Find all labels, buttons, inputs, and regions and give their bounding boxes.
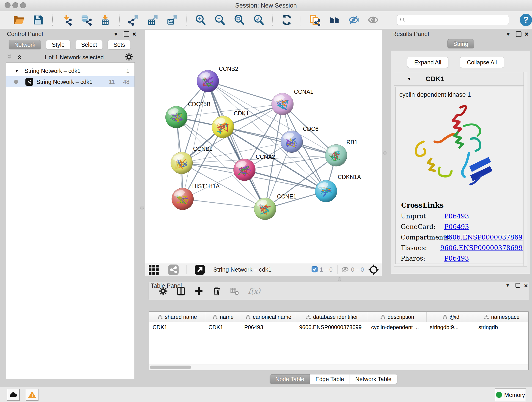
zoom-fit-button[interactable] (233, 13, 246, 27)
search-box[interactable] (397, 15, 509, 25)
delete-table-button[interactable] (228, 284, 241, 298)
edge-CCNB2-CCNA1[interactable] (208, 81, 283, 104)
import-table-button[interactable] (99, 13, 112, 27)
hide-selected-button[interactable] (347, 13, 360, 27)
left-splitter-grip[interactable] (140, 206, 144, 210)
table-hscroll-track[interactable] (149, 364, 528, 370)
node-CDK1[interactable]: CDK1 (212, 110, 249, 138)
help-button[interactable]: ? (520, 14, 532, 26)
table-cell[interactable]: 9606.ENSP00000378699 (296, 322, 368, 332)
tab-style[interactable]: Style (46, 40, 70, 49)
collapse-all-chevron-icon[interactable] (6, 53, 13, 61)
edge-HIST1H1A-CCNE1[interactable] (183, 199, 265, 209)
tab-sets[interactable]: Sets (108, 40, 131, 49)
export-table-button[interactable] (146, 13, 159, 27)
collapse-all-button[interactable]: Collapse All (460, 57, 504, 68)
function-builder-button[interactable]: f(x) (246, 284, 266, 298)
save-session-button[interactable] (32, 13, 45, 27)
memory-button[interactable]: Memory (495, 389, 526, 401)
gene-entry-header[interactable]: ▼ CDK1 (394, 72, 527, 86)
crosslink-link[interactable]: 9606.ENSP00000378699 (444, 234, 523, 241)
first-neighbors-button[interactable] (328, 13, 341, 27)
network-badge-button[interactable] (167, 263, 180, 276)
column-header-shared-name[interactable]: shared name (149, 312, 205, 322)
crosslink-link[interactable]: P06493 (444, 212, 469, 220)
results-horizontal-scrollbar[interactable] (394, 264, 524, 267)
control-panel-float-icon[interactable] (124, 32, 129, 38)
table-hscroll-thumb[interactable] (150, 366, 191, 369)
zoom-in-button[interactable] (194, 13, 207, 27)
zoom-out-button[interactable] (213, 13, 226, 27)
network-canvas[interactable]: CCNB2CCNA1CDC25BCDK1CDC6RB1CCNB1CCNA2CDK… (145, 30, 382, 263)
network-options-gear-icon[interactable] (125, 52, 133, 62)
delete-column-button[interactable] (210, 284, 223, 298)
collection-expand-icon[interactable]: ▼ (14, 68, 19, 74)
new-network-from-selection-button[interactable] (308, 13, 322, 27)
search-input[interactable] (408, 17, 506, 23)
node-CCNA1[interactable]: CCNA1 (272, 89, 313, 115)
cloud-button[interactable] (7, 389, 20, 401)
create-column-button[interactable] (192, 284, 206, 298)
table-panel-menu-icon[interactable]: ▼ (505, 283, 510, 288)
gene-collapse-icon[interactable]: ▼ (407, 76, 412, 82)
node-CCNB1[interactable]: CCNB1 (171, 146, 213, 174)
edge-CCNB2-CCNE1[interactable] (208, 81, 265, 209)
crosslink-link[interactable]: P06493 (444, 223, 469, 230)
node-CDC25B[interactable]: CDC25B (165, 101, 210, 128)
string-network-graph[interactable]: CCNB2CCNA1CDC25BCDK1CDC6RB1CCNB1CCNA2CDK… (145, 30, 382, 263)
table-cell[interactable]: cyclin-dependent ... (368, 322, 427, 332)
tab-select[interactable]: Select (75, 40, 103, 49)
tab-string[interactable]: String (447, 39, 474, 48)
import-network-from-database-button[interactable] (79, 13, 92, 27)
control-panel-menu-icon[interactable]: ▼ (113, 32, 119, 37)
import-network-button[interactable] (60, 13, 73, 27)
open-file-button[interactable] (12, 13, 25, 27)
table-cell[interactable]: CDK1 (149, 322, 205, 332)
table-row[interactable]: CDK1CDK1P064939606.ENSP00000378699cyclin… (149, 322, 528, 332)
tab-network[interactable]: Network (9, 40, 41, 49)
network-row[interactable]: String Network – cdk1 11 48 (6, 76, 134, 87)
open-in-window-button[interactable] (193, 263, 206, 276)
grid-view-button[interactable] (147, 263, 160, 276)
column-header-database-identifier[interactable]: database identifier (296, 312, 368, 322)
table-cell[interactable]: CDK1 (205, 322, 241, 332)
apply-layout-button[interactable] (280, 13, 293, 27)
birdseye-view-button[interactable] (367, 263, 380, 276)
column-header-name[interactable]: name (205, 312, 241, 322)
edge-CDK1-RB1[interactable] (223, 127, 336, 155)
table-cell[interactable]: stringdb (475, 322, 528, 332)
node-HIST1H1A[interactable]: HIST1H1A (172, 183, 220, 210)
tab-network-table[interactable]: Network Table (350, 374, 397, 384)
export-network-button[interactable] (127, 13, 140, 27)
column-header-canonical-name[interactable]: canonical name (241, 312, 296, 322)
right-splitter-grip[interactable] (383, 151, 387, 155)
column-header-namespace[interactable]: namespace (475, 312, 528, 322)
control-panel-close-icon[interactable]: × (133, 31, 136, 38)
crosslink-link[interactable]: 9606.ENSP00000378699 (440, 244, 523, 252)
expand-all-button[interactable]: Expand All (407, 57, 448, 68)
table-cell[interactable]: stringdb:9... (427, 322, 475, 332)
results-vertical-scrollbar[interactable] (524, 72, 527, 266)
tab-node-table[interactable]: Node Table (270, 374, 310, 384)
tab-edge-table[interactable]: Edge Table (310, 374, 350, 384)
export-image-button[interactable] (166, 13, 179, 27)
table-panel-close-icon[interactable]: × (524, 282, 528, 289)
zoom-selected-button[interactable] (252, 13, 265, 27)
edge-CCNB2-HIST1H1A[interactable] (183, 81, 208, 199)
node-CDKN1A[interactable]: CDKN1A (315, 174, 361, 202)
node-RB1[interactable]: RB1 (325, 139, 358, 166)
results-panel-float-icon[interactable] (516, 32, 521, 38)
expand-all-chevron-icon[interactable] (16, 53, 23, 61)
table-panel-float-icon[interactable] (515, 283, 520, 288)
results-panel-menu-icon[interactable]: ▼ (505, 32, 511, 37)
horizontal-splitter-grip[interactable] (338, 277, 341, 281)
column-header--id[interactable]: @id (427, 312, 475, 322)
results-panel-close-icon[interactable]: × (525, 31, 528, 38)
hidden-count-eye-icon[interactable] (341, 265, 349, 274)
show-all-button[interactable] (367, 13, 380, 27)
node-CCNE1[interactable]: CCNE1 (254, 193, 297, 220)
warning-button[interactable] (26, 389, 38, 401)
crosslink-link[interactable]: P06493 (444, 255, 469, 262)
network-collection-row[interactable]: ▼ String Network – cdk1 1 (6, 65, 134, 76)
selected-count-checkbox-icon[interactable] (311, 266, 318, 274)
